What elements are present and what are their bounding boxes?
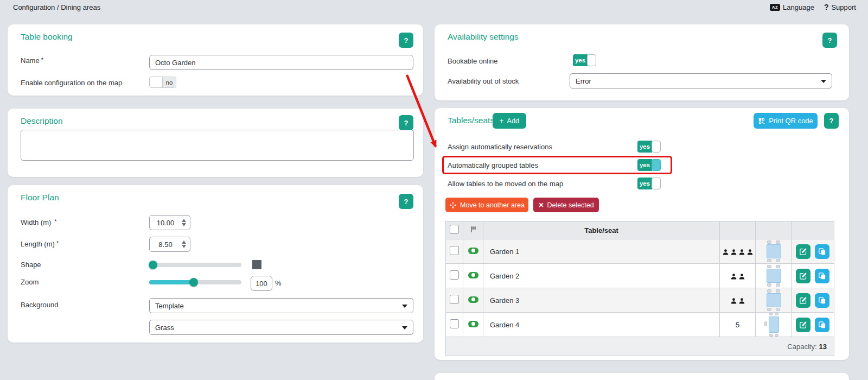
capacity-cell (720, 264, 756, 288)
support-label: Support (831, 3, 856, 11)
copy-button[interactable] (815, 244, 829, 259)
question-mark-icon: ? (824, 3, 829, 11)
spinner-down-icon[interactable] (182, 245, 186, 248)
zoom-slider-thumb[interactable] (189, 278, 198, 287)
copy-icon (818, 248, 826, 256)
selected-value: Template (155, 302, 184, 310)
background-template-select[interactable]: Template (149, 298, 413, 313)
tables-seats-card: Tables/seats + Add Print QR code ? Assig… (435, 108, 849, 360)
row-actions-cell (792, 239, 834, 264)
table-booking-card: Table booking ? Name* Enable configurati… (8, 24, 423, 96)
row-checkbox[interactable] (450, 295, 459, 304)
move-to-another-area-button[interactable]: Move to another area (445, 198, 528, 212)
table-layout-cell (756, 313, 792, 337)
capacity-cell (720, 239, 756, 264)
width-stepper[interactable]: 10.00 (149, 215, 190, 230)
table-name: Garden 4 (483, 313, 720, 337)
availability-out-of-stock-select[interactable]: Error (570, 73, 832, 88)
person-icon (730, 273, 737, 280)
status-on-icon (468, 321, 478, 327)
assign-auto-reservations-toggle[interactable]: yes (637, 141, 661, 153)
name-input[interactable] (149, 55, 413, 70)
table-footer-row: Capacity:13 (446, 337, 834, 356)
table-layout-cell (756, 288, 792, 313)
print-qr-code-button[interactable]: Print QR code (754, 113, 818, 129)
move-button-label: Move to another area (460, 201, 525, 209)
copy-button[interactable] (815, 269, 829, 283)
translate-icon: AZ (770, 4, 780, 11)
row-actions-cell (792, 313, 834, 337)
next-card-partial (435, 373, 849, 380)
dropdown-caret-icon (402, 305, 407, 308)
length-stepper[interactable]: 8.50 (149, 237, 190, 252)
shape-slider-thumb[interactable] (149, 261, 157, 269)
row-actions-cell (792, 264, 834, 288)
delete-selected-button[interactable]: ✕ Delete selected (533, 198, 599, 212)
background-variant-select[interactable]: Grass (149, 320, 413, 335)
zoom-percent-input[interactable] (251, 276, 272, 291)
question-mark-icon: ? (404, 119, 409, 127)
description-textarea[interactable] (21, 130, 414, 161)
edit-button[interactable] (796, 269, 810, 283)
capacity-column-header (720, 221, 756, 239)
spinner-up-icon[interactable] (182, 219, 186, 222)
status-on-icon (468, 248, 478, 254)
shape-slider[interactable] (149, 263, 241, 267)
bookable-online-toggle[interactable]: yes (573, 54, 596, 66)
table-seats-icon (763, 288, 784, 312)
auto-grouped-tables-toggle[interactable]: yes (637, 159, 661, 171)
auto-grouped-tables-label: Automatically grouped tables (448, 161, 538, 169)
support-menu[interactable]: ? Support (824, 3, 856, 11)
table-name: Garden 3 (483, 288, 720, 313)
edit-button[interactable] (796, 318, 810, 332)
row-checkbox[interactable] (450, 246, 459, 255)
copy-button[interactable] (815, 293, 829, 308)
edit-icon (799, 272, 807, 280)
spinner-up-icon[interactable] (182, 240, 186, 244)
table-seats-icon (763, 264, 784, 288)
description-card: Description ? (8, 109, 423, 177)
layout-column-header (756, 221, 792, 239)
allow-tables-moved-toggle[interactable]: yes (637, 178, 661, 189)
selected-value: Grass (155, 324, 174, 332)
length-label: Length (m)* (21, 240, 59, 248)
status-on-icon (468, 272, 478, 278)
checkered-flag-icon (470, 226, 477, 233)
edit-button[interactable] (796, 293, 810, 308)
shape-color-swatch[interactable] (252, 260, 261, 269)
help-button[interactable]: ? (822, 33, 837, 48)
toggle-state-label: yes (573, 54, 588, 66)
status-on-icon (468, 296, 478, 303)
edit-button[interactable] (796, 244, 810, 259)
add-table-button[interactable]: + Add (493, 113, 526, 129)
card-title-table-booking: Table booking (21, 32, 73, 42)
table-row: Garden 3 (446, 288, 834, 313)
help-button[interactable]: ? (824, 113, 839, 129)
top-bar: Configuration / Dining areas AZ Language… (0, 0, 868, 15)
zoom-slider[interactable] (149, 280, 241, 284)
edit-icon (799, 321, 807, 329)
zoom-slider-fill (149, 280, 194, 284)
bookable-online-label: Bookable online (448, 57, 498, 65)
row-checkbox[interactable] (450, 319, 459, 328)
enable-map-toggle[interactable]: no (149, 77, 176, 88)
edit-icon (799, 248, 807, 256)
row-checkbox[interactable] (450, 270, 459, 280)
enable-map-label: Enable configuration on the map (21, 79, 122, 87)
length-value: 8.50 (150, 240, 181, 249)
card-title-tables-seats: Tables/seats (448, 116, 494, 125)
table-seats-icon (763, 239, 784, 263)
spinner-down-icon[interactable] (182, 223, 186, 226)
floor-plan-card: Floor Plan ? Width (m)* 10.00 Length (m)… (8, 185, 423, 343)
copy-icon (818, 321, 826, 329)
table-layout-cell (756, 239, 792, 264)
select-all-checkbox[interactable] (450, 225, 459, 234)
copy-button[interactable] (815, 318, 829, 332)
language-menu[interactable]: AZ Language (770, 3, 814, 11)
person-icon (730, 249, 737, 256)
help-button[interactable]: ? (399, 115, 413, 130)
help-button[interactable]: ? (399, 194, 413, 209)
dropdown-caret-icon (821, 80, 826, 83)
help-button[interactable]: ? (399, 33, 413, 48)
person-icon (738, 297, 745, 305)
